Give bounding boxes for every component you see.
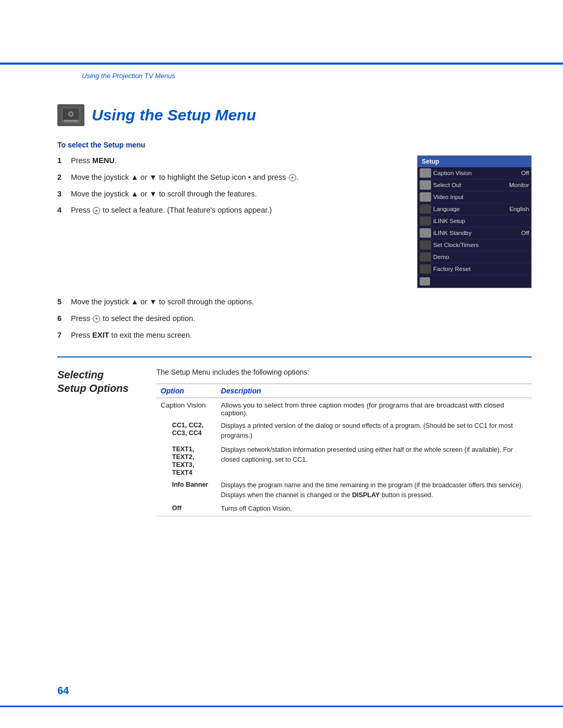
circle-plus-icon: + xyxy=(289,174,296,181)
menu-row-5: iLINK Standby Off xyxy=(418,227,531,239)
menu-row-value-1: Monitor xyxy=(509,182,529,188)
section-title: Using the Setup Menu xyxy=(92,106,256,124)
step-num-5: 5 xyxy=(57,297,67,308)
step-4: 4 Press + to select a feature. (That fea… xyxy=(57,205,401,216)
menu-row-label-5: iLINK Standby xyxy=(433,230,519,236)
selecting-title-line1: Selecting xyxy=(57,369,104,380)
menu-row-icon-3 xyxy=(420,204,431,214)
menu-row-icon-1 xyxy=(420,180,431,190)
step-2: 2 Move the joystick ▲ or ▼ to highlight … xyxy=(57,172,401,183)
step-num-6: 6 xyxy=(57,313,67,325)
menu-row-value-0: Off xyxy=(521,170,529,176)
menu-row-1: Select Out Monitor xyxy=(418,179,531,191)
menu-row-label-4: iLINK Setup xyxy=(433,218,527,224)
selecting-title-line2: Setup Options xyxy=(57,382,129,394)
menu-row-icon-0 xyxy=(420,168,431,178)
table-header-option: Option xyxy=(156,384,217,398)
sub-option-info-banner-name: Info Banner xyxy=(156,478,217,502)
sub-option-cc1-name: CC1, CC2,CC3, CC4 xyxy=(156,419,217,443)
step-num-4: 4 xyxy=(57,205,67,216)
header-option-text: Option xyxy=(161,387,184,395)
menu-row-6: Set Clock/Timers xyxy=(418,239,531,251)
menu-row-icon-8 xyxy=(420,264,431,274)
menu-row-7: Demo xyxy=(418,251,531,263)
menu-title-bar: Setup xyxy=(418,156,531,167)
menu-row-icon-6 xyxy=(420,240,431,250)
breadcrumb-text: Using the Projection TV Menus xyxy=(82,72,175,80)
menu-row-icon-7 xyxy=(420,252,431,262)
selecting-left-panel: Selecting Setup Options xyxy=(57,368,141,516)
option-desc-caption-vision: Allows you to select from three caption … xyxy=(217,398,532,419)
step-text-6: Press + to select the desired option. xyxy=(71,313,195,325)
table-row-off: Off Turns off Caption Vision. xyxy=(156,502,532,516)
menu-row-3: Language English xyxy=(418,203,531,215)
page-container: Using the Projection TV Menus Using the … xyxy=(0,0,563,728)
step-text-3: Move the joystick ▲ or ▼ to scroll throu… xyxy=(71,189,257,200)
selecting-section: Selecting Setup Options The Setup Menu i… xyxy=(57,368,532,516)
step-7: 7 Press EXIT to exit the menu screen. xyxy=(57,330,532,341)
section-icon xyxy=(57,104,84,126)
step-num-1: 1 xyxy=(57,155,67,167)
circle-plus-icon-2: + xyxy=(93,207,100,214)
sub-option-off-name: Off xyxy=(156,502,217,516)
menu-row-label-3: Language xyxy=(433,206,507,212)
steps-continued: 5 Move the joystick ▲ or ▼ to scroll thr… xyxy=(57,297,532,341)
menu-row-0: Caption Vision Off xyxy=(418,167,531,179)
menu-row-8: Factory Reset xyxy=(418,263,531,275)
steps-list: 1 Press MENU. 2 Move the joystick ▲ or ▼… xyxy=(57,155,401,288)
selecting-left-title: Selecting Setup Options xyxy=(57,368,141,395)
menu-row-icon-9 xyxy=(420,277,430,286)
section-title-row: Using the Setup Menu xyxy=(57,104,256,126)
breadcrumb: Using the Projection TV Menus xyxy=(82,72,175,80)
section-divider xyxy=(57,356,532,357)
table-header-description: Description xyxy=(217,384,532,398)
table-row-cc1: CC1, CC2,CC3, CC4 Displays a printed ver… xyxy=(156,419,532,443)
intro-text: The Setup Menu includes the following op… xyxy=(156,368,532,376)
table-row-caption-vision: Caption Vision Allows you to select from… xyxy=(156,398,532,419)
menu-row-2: Video Input xyxy=(418,191,531,203)
circle-plus-icon-3: + xyxy=(93,315,100,323)
menu-row-value-3: English xyxy=(509,206,529,212)
menu-row-icon-2 xyxy=(420,192,431,202)
menu-screenshot: Setup Caption Vision Off Select Out Moni… xyxy=(417,155,532,288)
menu-title-text: Setup xyxy=(422,158,439,165)
step-num-7: 7 xyxy=(57,330,67,341)
step-1: 1 Press MENU. xyxy=(57,155,401,167)
svg-point-4 xyxy=(69,113,72,116)
steps-area: 1 Press MENU. 2 Move the joystick ▲ or ▼… xyxy=(57,155,532,288)
menu-row-label-8: Factory Reset xyxy=(433,266,527,272)
setup-icon xyxy=(62,107,80,123)
menu-row-9 xyxy=(418,275,531,288)
step-5: 5 Move the joystick ▲ or ▼ to scroll thr… xyxy=(57,297,532,308)
step-text-1: Press MENU. xyxy=(71,155,117,167)
main-content: To select the Setup menu 1 Press MENU. 2… xyxy=(57,141,532,516)
menu-row-4: iLINK Setup xyxy=(418,215,531,227)
step-num-2: 2 xyxy=(57,172,67,183)
table-row-text1: TEXT1, TEXT2,TEXT3, TEXT4 Displays netwo… xyxy=(156,443,532,478)
options-table: Option Description Caption Vision xyxy=(156,384,532,516)
sub-option-text1-name: TEXT1, TEXT2,TEXT3, TEXT4 xyxy=(156,443,217,478)
sub-option-off-desc: Turns off Caption Vision. xyxy=(217,502,532,516)
step-3: 3 Move the joystick ▲ or ▼ to scroll thr… xyxy=(57,189,401,200)
table-header-row: Option Description xyxy=(156,384,532,398)
menu-row-label-7: Demo xyxy=(433,254,527,260)
sub-option-text1-desc: Displays network/station information pre… xyxy=(217,443,532,478)
sub-option-cc1-desc: Displays a printed version of the dialog… xyxy=(217,419,532,443)
menu-row-icon-4 xyxy=(420,216,431,226)
step-text-7: Press EXIT to exit the menu screen. xyxy=(71,330,192,341)
sub-heading: To select the Setup menu xyxy=(57,141,532,149)
menu-row-label-1: Select Out xyxy=(433,182,507,188)
step-text-5: Move the joystick ▲ or ▼ to scroll throu… xyxy=(71,297,254,308)
menu-row-label-2: Video Input xyxy=(433,194,527,200)
header-description-text: Description xyxy=(221,387,261,395)
step-num-3: 3 xyxy=(57,189,67,200)
bottom-decorative-line xyxy=(0,706,563,707)
step-text-2: Move the joystick ▲ or ▼ to highlight th… xyxy=(71,172,299,183)
menu-row-value-5: Off xyxy=(521,230,529,236)
menu-row-label-6: Set Clock/Timers xyxy=(433,242,527,248)
selecting-right-panel: The Setup Menu includes the following op… xyxy=(156,368,532,516)
menu-row-label-0: Caption Vision xyxy=(433,170,519,176)
top-decorative-line xyxy=(0,63,563,65)
table-row-info-banner: Info Banner Displays the program name an… xyxy=(156,478,532,502)
sub-option-info-banner-desc: Displays the program name and the time r… xyxy=(217,478,532,502)
